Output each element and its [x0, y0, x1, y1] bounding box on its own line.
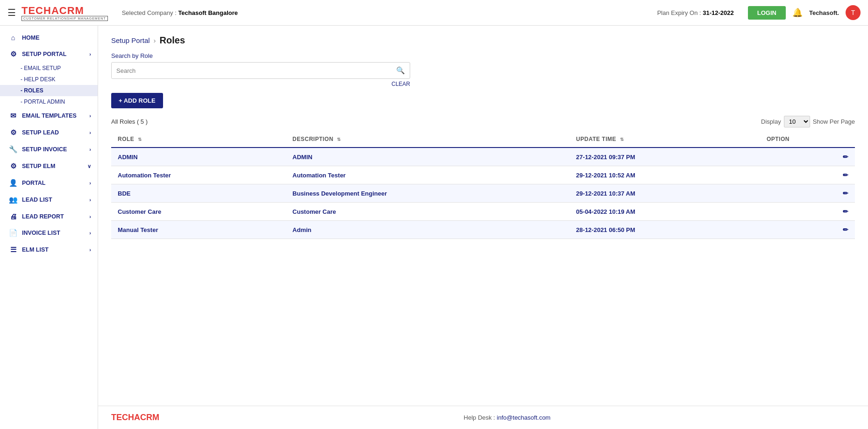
lead-report-icon: 🖨 — [8, 212, 18, 220]
sidebar-item-label: LEAD LIST — [22, 197, 52, 203]
bell-icon[interactable]: 🔔 — [792, 7, 803, 18]
main-content: Setup Portal › Roles Search by Role 🔍 CL… — [98, 26, 868, 406]
chevron-right-icon: › — [89, 197, 91, 203]
breadcrumb-separator: › — [154, 36, 156, 44]
display-wrap: Display 10 25 50 100 Show Per Page — [761, 116, 855, 127]
sidebar-item-label: SETUP ELM — [22, 163, 55, 169]
elm-list-icon: ☰ — [8, 246, 18, 254]
td-role: BDE — [111, 184, 286, 203]
all-roles-label: All Roles ( 5 ) — [111, 118, 148, 125]
display-select[interactable]: 10 25 50 100 — [784, 116, 810, 127]
td-description: Business Development Engineer — [286, 184, 569, 203]
lead-list-icon: 👥 — [8, 196, 18, 204]
edit-icon[interactable]: ✏ — [843, 208, 848, 215]
sidebar-item-label: ELM LIST — [22, 246, 49, 253]
breadcrumb-parent[interactable]: Setup Portal — [111, 36, 150, 44]
td-update-time: 28-12-2021 06:50 PM — [569, 221, 760, 239]
search-button[interactable]: 🔍 — [391, 63, 410, 78]
breadcrumb-current: Roles — [160, 35, 185, 46]
edit-icon[interactable]: ✏ — [843, 153, 848, 161]
sidebar: ⌂ HOME ⚙ SETUP PORTAL › - EMAIL SETUP - … — [0, 26, 98, 429]
td-description: ADMIN — [286, 148, 569, 166]
chevron-right-icon: › — [89, 247, 91, 253]
sidebar-item-home[interactable]: ⌂ HOME — [0, 29, 98, 46]
menu-icon[interactable]: ☰ — [7, 7, 16, 18]
edit-icon[interactable]: ✏ — [843, 190, 848, 197]
td-option: ✏ — [760, 184, 855, 203]
sidebar-item-setup-lead[interactable]: ⚙ SETUP LEAD › — [0, 124, 98, 141]
th-description[interactable]: DESCRIPTION ⇅ — [286, 131, 569, 148]
td-update-time: 29-12-2021 10:52 AM — [569, 166, 760, 184]
footer-email[interactable]: info@techasoft.com — [497, 414, 550, 421]
td-description: Customer Care — [286, 203, 569, 221]
chevron-right-icon: › — [89, 113, 91, 119]
sidebar-item-setup-elm[interactable]: ⚙ SETUP ELM ∨ — [0, 158, 98, 175]
add-role-button[interactable]: + ADD ROLE — [111, 93, 163, 108]
td-role: Customer Care — [111, 203, 286, 221]
td-option: ✏ — [760, 148, 855, 166]
logo: TECHACRM CUSTOMER RELATIONSHIP MANAGEMEN… — [21, 5, 108, 21]
chevron-right-icon: › — [89, 147, 91, 152]
td-option: ✏ — [760, 166, 855, 184]
chevron-right-icon: › — [89, 230, 91, 236]
chevron-right-icon: › — [89, 51, 91, 57]
sidebar-item-label: LEAD REPORT — [22, 213, 64, 220]
sidebar-item-label: SETUP LEAD — [22, 129, 59, 136]
setup-invoice-icon: 🔧 — [8, 145, 18, 154]
edit-icon[interactable]: ✏ — [843, 226, 848, 233]
portal-icon: 👤 — [8, 179, 18, 187]
sidebar-item-label: PORTAL — [22, 180, 45, 186]
td-option: ✏ — [760, 203, 855, 221]
sidebar-item-elm-list[interactable]: ☰ ELM LIST › — [0, 241, 98, 258]
search-wrap: 🔍 — [111, 62, 410, 79]
sidebar-item-lead-report[interactable]: 🖨 LEAD REPORT › — [0, 208, 98, 225]
sidebar-item-portal-admin[interactable]: - PORTAL ADMIN — [0, 96, 98, 107]
plan-info: Plan Expiry On : 31-12-2022 — [657, 9, 734, 16]
login-button[interactable]: LOGIN — [748, 6, 786, 20]
sort-icon: ⇅ — [337, 137, 341, 142]
footer-logo: TECHACRM — [111, 413, 159, 422]
table-row: Customer Care Customer Care 05-04-2022 1… — [111, 203, 855, 221]
email-templates-icon: ✉ — [8, 112, 18, 120]
sidebar-item-label: HOME — [22, 35, 40, 41]
sidebar-item-setup-portal[interactable]: ⚙ SETUP PORTAL › — [0, 46, 98, 63]
th-update-time[interactable]: UPDATE TIME ⇅ — [569, 131, 760, 148]
edit-icon[interactable]: ✏ — [843, 171, 848, 179]
sidebar-item-roles[interactable]: - ROLES — [0, 85, 98, 96]
sidebar-item-label: SETUP INVOICE — [22, 146, 67, 153]
search-label: Search by Role — [111, 52, 855, 59]
td-update-time: 27-12-2021 09:37 PM — [569, 148, 760, 166]
sidebar-item-label: EMAIL TEMPLATES — [22, 113, 77, 119]
roles-table: ROLE ⇅ DESCRIPTION ⇅ UPDATE TIME ⇅ OPTIO… — [111, 131, 855, 239]
logo-text: TECHACRM — [21, 5, 84, 17]
sidebar-item-email-templates[interactable]: ✉ EMAIL TEMPLATES › — [0, 107, 98, 124]
sidebar-item-label: SETUP PORTAL — [22, 51, 66, 57]
search-input[interactable] — [112, 63, 391, 78]
chevron-down-icon: ∨ — [87, 163, 91, 169]
clear-link[interactable]: CLEAR — [111, 81, 410, 87]
chevron-right-icon: › — [89, 180, 91, 186]
footer: TECHACRM Help Desk : info@techasoft.com — [98, 406, 868, 429]
company-info: Selected Company : Techasoft Bangalore — [122, 9, 238, 16]
td-role: ADMIN — [111, 148, 286, 166]
table-row: Automation Tester Automation Tester 29-1… — [111, 166, 855, 184]
nav-right: LOGIN 🔔 Techasoft. T — [748, 5, 861, 20]
td-description: Admin — [286, 221, 569, 239]
sidebar-item-setup-invoice[interactable]: 🔧 SETUP INVOICE › — [0, 141, 98, 158]
top-nav: ☰ TECHACRM CUSTOMER RELATIONSHIP MANAGEM… — [0, 0, 868, 26]
sidebar-item-portal[interactable]: 👤 PORTAL › — [0, 175, 98, 191]
setup-lead-icon: ⚙ — [8, 128, 18, 137]
sort-icon: ⇅ — [620, 137, 624, 142]
td-update-time: 05-04-2022 10:19 AM — [569, 203, 760, 221]
sidebar-item-invoice-list[interactable]: 📄 INVOICE LIST › — [0, 225, 98, 241]
th-role[interactable]: ROLE ⇅ — [111, 131, 286, 148]
footer-help: Help Desk : info@techasoft.com — [464, 414, 551, 421]
sidebar-item-email-setup[interactable]: - EMAIL SETUP — [0, 63, 98, 74]
setup-portal-icon: ⚙ — [8, 50, 18, 58]
sort-icon: ⇅ — [138, 137, 142, 142]
td-role: Manual Tester — [111, 221, 286, 239]
td-update-time: 29-12-2021 10:37 AM — [569, 184, 760, 203]
sidebar-item-help-desk[interactable]: - HELP DESK — [0, 74, 98, 85]
table-row: ADMIN ADMIN 27-12-2021 09:37 PM ✏ — [111, 148, 855, 166]
sidebar-item-lead-list[interactable]: 👥 LEAD LIST › — [0, 191, 98, 208]
